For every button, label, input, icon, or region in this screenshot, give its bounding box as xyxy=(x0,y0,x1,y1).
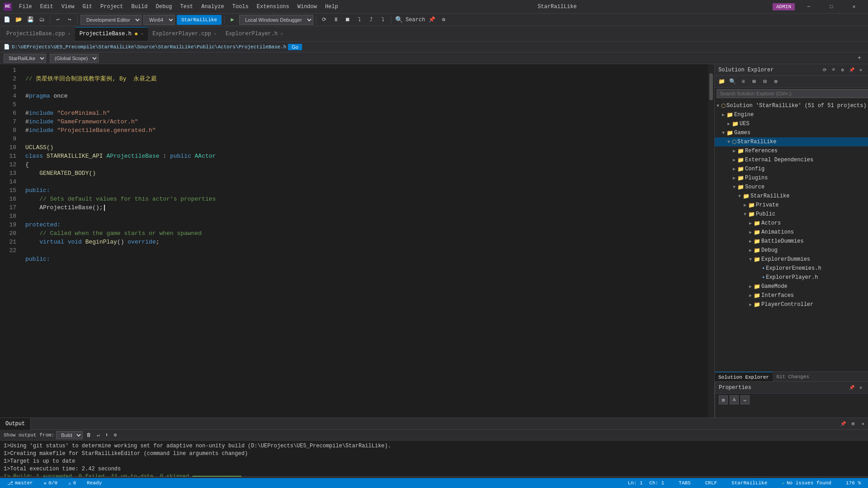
output-float-button[interactable]: ⊞ xyxy=(848,419,858,429)
props-close-button[interactable]: ✕ xyxy=(857,384,864,391)
warnings-segment[interactable]: ⚠ 6 xyxy=(65,478,80,488)
se-toolbar-btn5[interactable]: ⊟ xyxy=(760,77,770,87)
se-toolbar-btn1[interactable]: 📁 xyxy=(717,77,726,87)
tree-explorerenemies-h[interactable]: ▪ ExplorerEnemies.h xyxy=(715,264,868,273)
tree-games[interactable]: ▼ 📁 Games xyxy=(715,128,868,137)
toolbar-btn-pin[interactable]: 📌 xyxy=(427,15,437,25)
se-toolbar-btn2[interactable]: 🔍 xyxy=(727,77,737,87)
menu-project[interactable]: Project xyxy=(97,3,127,11)
encoding-segment[interactable]: CRLF xyxy=(702,478,721,488)
se-options-button[interactable]: ⚙ xyxy=(839,66,846,74)
open-file-button[interactable]: 📂 xyxy=(14,15,24,25)
output-clear-button[interactable]: 🗑 xyxy=(85,432,93,438)
tab-close-projectilebase-cpp[interactable]: ✕ xyxy=(68,31,71,37)
output-tab-output[interactable]: Output xyxy=(0,418,31,430)
tab-projectilebase-h[interactable]: ProjectileBase.h ● ✕ xyxy=(75,27,148,41)
se-tab-solution-explorer[interactable]: Solution Explorer xyxy=(715,372,773,382)
menu-window[interactable]: Window xyxy=(294,3,321,11)
tab-explorerplayer-h[interactable]: ExplorerPlayer.h ✕ xyxy=(221,27,288,41)
zoom-segment[interactable]: 176 % xyxy=(842,478,864,488)
add-scope-button[interactable]: + xyxy=(854,53,864,63)
tree-public[interactable]: ▼ 📁 Public xyxy=(715,210,868,219)
search-text[interactable]: Search xyxy=(406,17,425,23)
maximize-button[interactable]: □ xyxy=(821,0,842,14)
redo-button[interactable]: ↪ xyxy=(65,15,75,25)
tree-debug[interactable]: ▶ 📁 Debug xyxy=(715,246,868,255)
code-editor[interactable]: 12345 678910 1112131415 1617181920 2122 … xyxy=(0,64,714,418)
tab-close-projectilebase-h[interactable]: ✕ xyxy=(141,31,143,37)
tree-engine[interactable]: ▶ 📁 Engine xyxy=(715,110,868,119)
menu-file[interactable]: File xyxy=(15,3,36,11)
se-sync-button[interactable]: ⟳ xyxy=(821,66,828,74)
se-toolbar-btn4[interactable]: ⊞ xyxy=(749,77,759,87)
tree-references[interactable]: ▶ 📁 References xyxy=(715,146,868,155)
toolbar-btn-extra4[interactable]: ⤵ xyxy=(354,15,364,25)
output-source-dropdown[interactable]: Build xyxy=(56,431,83,439)
output-close-button[interactable]: ✕ xyxy=(858,419,868,429)
debug-target-dropdown[interactable]: Local Windows Debugger xyxy=(239,15,313,25)
tree-actors[interactable]: ▶ 📁 Actors xyxy=(715,219,868,228)
tree-animations[interactable]: ▶ 📁 Animations xyxy=(715,228,868,237)
tabs-segment[interactable]: TABS xyxy=(675,478,694,488)
output-wrap-button[interactable]: ↵ xyxy=(95,432,102,438)
toolbar-btn-extra1[interactable]: ⟳ xyxy=(319,15,329,25)
menu-tools[interactable]: Tools xyxy=(229,3,252,11)
git-branch-segment[interactable]: ⎇ master xyxy=(4,478,37,488)
tree-plugins[interactable]: ▶ 📁 Plugins xyxy=(715,174,868,183)
tree-ues[interactable]: ▶ 📁 UES xyxy=(715,119,868,128)
output-scroll-button[interactable]: ⬇ xyxy=(104,432,110,438)
tree-gamemode[interactable]: ▶ 📁 GameMode xyxy=(715,282,868,291)
errors-segment[interactable]: ✕ 0/0 xyxy=(40,478,61,488)
toolbar-btn-extra2[interactable]: ⏸ xyxy=(331,15,341,25)
debug-config-dropdown[interactable]: Development Editor xyxy=(80,15,142,25)
output-pin-button[interactable]: 📌 xyxy=(838,419,848,429)
project-scope-dropdown[interactable]: StarRailLike xyxy=(4,54,46,63)
se-toolbar-btn3[interactable]: ≡ xyxy=(738,77,748,87)
tree-battledummies[interactable]: ▶ 📁 BattleDummies xyxy=(715,237,868,246)
props-btn2[interactable]: A xyxy=(730,395,739,404)
output-settings-button[interactable]: ⚙ xyxy=(112,432,118,438)
tree-ext-deps[interactable]: ▶ 📁 External Dependencies xyxy=(715,155,868,164)
props-pin-button[interactable]: 📌 xyxy=(848,384,855,391)
play-button[interactable]: ▶ xyxy=(227,15,237,25)
undo-button[interactable]: ↩ xyxy=(53,15,63,25)
se-tab-git[interactable]: Git Changes xyxy=(773,372,813,382)
se-filter-button[interactable]: ≡ xyxy=(830,66,837,74)
save-button[interactable]: 💾 xyxy=(25,15,35,25)
tree-starraillike[interactable]: ▼ ⬡ StarRailLike xyxy=(715,137,868,146)
code-content[interactable]: // 类星铁半回合制游戏教学案例, By 永昼之庭 #pragma once #… xyxy=(22,64,714,274)
tree-private[interactable]: ▶ 📁 Private xyxy=(715,201,868,210)
tab-close-explorerplayer-cpp[interactable]: ✕ xyxy=(214,31,217,37)
props-btn1[interactable]: ⊞ xyxy=(719,395,728,404)
menu-build[interactable]: Build xyxy=(127,3,151,11)
toolbar-btn-extra5[interactable]: ⤴ xyxy=(366,15,376,25)
menu-debug[interactable]: Debug xyxy=(152,3,175,11)
search-icon-button[interactable]: 🔍 xyxy=(394,15,404,25)
menu-analyze[interactable]: Analyze xyxy=(198,3,227,11)
menu-test[interactable]: Test xyxy=(177,3,197,11)
target-dropdown[interactable]: Win64 xyxy=(143,15,175,25)
tree-config[interactable]: ▶ 📁 Config xyxy=(715,164,868,174)
tree-explorerplayer-h[interactable]: ▪ ExplorerPlayer.h xyxy=(715,273,868,282)
tree-playercontroller[interactable]: ▶ 📁 PlayerController xyxy=(715,300,868,309)
se-pin-button[interactable]: 📌 xyxy=(848,66,855,74)
editor-scrollbar[interactable] xyxy=(708,64,714,418)
toolbar-btn-settings[interactable]: ⚙ xyxy=(439,15,448,25)
toolbar-btn-extra3[interactable]: ⏹ xyxy=(343,15,353,25)
tree-explorerdummies[interactable]: ▼ 📁 ExplorerDummies xyxy=(715,255,868,264)
menu-extensions[interactable]: Extensions xyxy=(253,3,293,11)
close-button[interactable]: ✕ xyxy=(844,0,864,14)
save-all-button[interactable]: 🗂 xyxy=(37,15,47,25)
go-button[interactable]: Go xyxy=(288,44,302,50)
tab-projectilebase-cpp[interactable]: ProjectileBase.cpp ✕ xyxy=(2,27,75,41)
props-btn3[interactable]: ✏ xyxy=(741,395,750,404)
tree-interfaces[interactable]: ▶ 📁 Interfaces xyxy=(715,291,868,300)
toolbar-btn-extra6[interactable]: ⤵ xyxy=(378,15,388,25)
tree-starraillike-src[interactable]: ▼ 📁 StarRailLike xyxy=(715,192,868,201)
se-toolbar-btn6[interactable]: ⚙ xyxy=(771,77,781,87)
tab-close-explorerplayer-h[interactable]: ✕ xyxy=(280,31,283,37)
menu-view[interactable]: View xyxy=(58,3,78,11)
menu-edit[interactable]: Edit xyxy=(37,3,57,11)
menu-git[interactable]: Git xyxy=(79,3,96,11)
menu-help[interactable]: Help xyxy=(321,3,342,11)
